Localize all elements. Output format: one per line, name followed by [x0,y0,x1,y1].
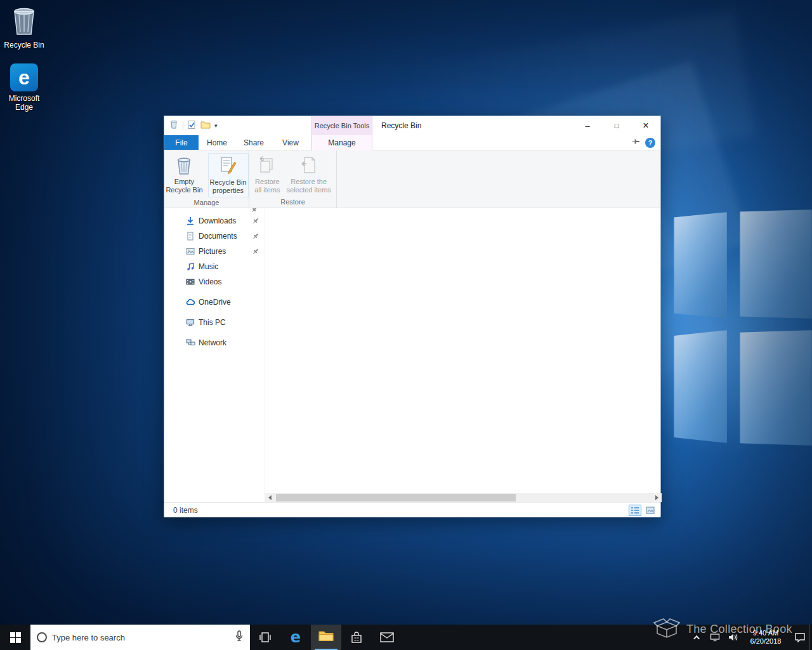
tab-file[interactable]: File [164,135,199,150]
nav-group-gap [164,310,265,315]
nav-group-gap [164,330,265,335]
nav-item-network[interactable]: Network [164,335,265,350]
cortana-icon [37,632,47,642]
taskbar-clock[interactable]: 9:40 AM 6/20/2018 [742,629,791,646]
navigation-pane: Downloads Documents [164,208,265,502]
tab-view[interactable]: View [272,135,309,150]
button-label-line1: Recycle Bin [210,178,247,186]
restore-selected-items-button[interactable]: Restore the selected items [285,153,332,196]
app-icon [169,119,179,132]
action-center-button[interactable] [791,625,809,650]
this-pc-icon [186,318,195,327]
nav-item-music[interactable]: Music [164,259,265,274]
title-bar[interactable]: ▾ Recycle Bin Tools Recycle Bin – □ × [164,116,660,135]
button-label-line2: Recycle Bin [166,186,202,194]
tab-manage[interactable]: Manage [311,135,372,150]
videos-icon [186,277,195,286]
nav-item-onedrive[interactable]: OneDrive [164,295,265,310]
button-label-line2: all items [254,186,280,194]
tab-share[interactable]: Share [235,135,272,150]
taskbar-file-explorer-button[interactable] [311,625,341,650]
nav-item-videos[interactable]: Videos [164,274,265,289]
windows-logo-icon [10,632,21,643]
quick-access-toolbar: ▾ [164,119,218,132]
qat-divider [183,121,183,130]
nav-item-pictures[interactable]: Pictures [164,244,265,259]
pin-icon [252,248,259,257]
nav-item-downloads[interactable]: Downloads [164,213,265,229]
button-label-line1: Restore the [291,178,327,185]
explorer-window: ▾ Recycle Bin Tools Recycle Bin – □ × Fi… [164,116,661,517]
scrollbar-thumb[interactable] [276,494,516,501]
ribbon-group-label: Restore [249,196,336,208]
contextual-tab-group-header: Recycle Bin Tools [311,116,372,135]
downloads-icon [186,216,195,225]
documents-icon [186,232,195,241]
scroll-right-arrow[interactable] [652,493,662,502]
taskbar-search-box[interactable] [30,625,250,650]
restore-all-items-button[interactable]: Restore all items [253,153,281,196]
show-desktop-button[interactable] [809,625,812,650]
nav-group-gap [164,289,265,295]
new-folder-icon[interactable] [200,120,211,131]
qat-customize-chevron-icon[interactable]: ▾ [214,123,218,129]
music-icon [186,262,195,271]
ribbon-tab-row: File Home Share View Manage ? [164,135,660,150]
taskbar-mail-button[interactable] [372,625,402,650]
hidden-icons-chevron[interactable] [688,625,706,650]
left-arrow-icon [268,495,272,500]
scrollbar-track[interactable] [275,493,652,502]
desktop-icon-label: Recycle Bin [4,41,44,50]
ribbon-group-restore: Restore all items [249,150,337,208]
ribbon-group-manage: Empty Recycle Bin [164,150,249,208]
window-controls: – □ × [573,116,660,135]
empty-recycle-bin-button[interactable]: Empty Recycle Bin [164,153,204,196]
desktop-icon-microsoft-edge[interactable]: e Microsoft Edge [0,63,48,112]
system-tray: 9:40 AM 6/20/2018 [688,625,812,650]
restore-selected-items-icon [299,155,318,178]
task-view-button[interactable] [250,625,280,650]
nav-item-partial [164,208,265,213]
nav-item-label: Pictures [199,247,226,256]
volume-tray-icon[interactable] [724,625,742,650]
pin-icon [252,232,259,242]
taskbar-store-button[interactable] [341,625,372,650]
ribbon-group-buttons: Empty Recycle Bin [164,150,249,197]
ribbon-group-buttons: Restore all items [249,150,336,196]
start-button[interactable] [0,625,30,650]
microphone-icon[interactable] [235,630,244,644]
help-icon[interactable]: ? [645,138,655,148]
view-toggle-buttons [629,505,657,516]
minimize-button[interactable]: – [573,116,602,135]
large-icons-view-button[interactable] [644,505,657,516]
recycle-bin-properties-button[interactable]: Recycle Bin properties [208,153,249,197]
taskbar-edge-button[interactable]: e [280,625,311,650]
ribbon: Empty Recycle Bin [164,150,660,208]
tab-home[interactable]: Home [199,135,235,150]
file-list-area[interactable] [265,208,660,502]
nav-item-documents[interactable]: Documents [164,229,265,244]
desktop-icon-label: Microsoft Edge [0,94,48,112]
chevron-up-icon [693,635,700,641]
window-logo-pane [740,330,812,446]
details-view-button[interactable] [629,505,641,516]
pin-ribbon-icon[interactable] [631,137,640,149]
desktop-icon-recycle-bin[interactable]: Recycle Bin [0,4,48,50]
nav-item-label: Videos [199,277,221,286]
button-label-line2: properties [213,187,244,194]
button-label-line1: Restore [255,178,280,185]
clock-date: 6/20/2018 [742,637,790,646]
nav-item-label: OneDrive [199,298,231,307]
properties-icon[interactable] [187,120,197,132]
horizontal-scrollbar[interactable] [265,493,662,502]
nav-item-label: This PC [199,318,226,327]
network-tray-icon[interactable] [706,625,724,650]
tabrow-right-controls: ? [631,135,655,150]
maximize-button[interactable]: □ [602,116,631,135]
search-input[interactable] [52,633,230,642]
close-button[interactable]: × [631,116,660,135]
onedrive-icon [186,298,195,307]
scroll-left-arrow[interactable] [265,493,275,502]
nav-item-this-pc[interactable]: This PC [164,315,265,330]
window-logo-pane [740,209,812,319]
